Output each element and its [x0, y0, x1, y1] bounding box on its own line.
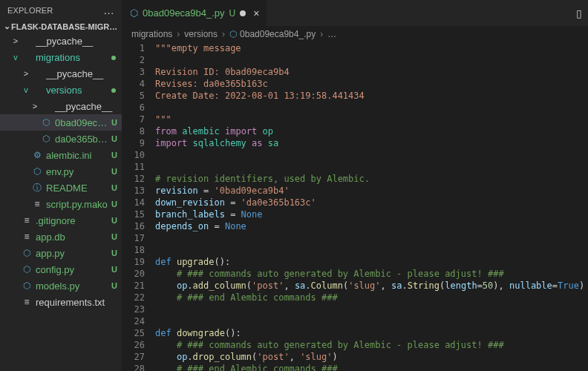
code-line[interactable]: op.drop_column('post', 'slug') — [155, 351, 588, 363]
code-line[interactable]: Create Date: 2022-08-01 13:19:58.441434 — [155, 90, 588, 102]
tree-file[interactable]: ⚙alembic.iniU — [0, 147, 122, 163]
breadcrumb-sep-icon: › — [222, 29, 225, 39]
tab-active[interactable]: ⬡ 0bad09eca9b4_.py U × — [122, 0, 267, 26]
code-line[interactable]: # ### commands auto generated by Alembic… — [155, 268, 588, 280]
code-line[interactable] — [155, 102, 588, 114]
tree-file[interactable]: ≡app.dbU — [0, 229, 122, 245]
tree-folder[interactable]: >__pycache__ — [0, 33, 122, 49]
file-py-icon: ⬡ — [21, 280, 33, 291]
tree-file[interactable]: ⬡da0e365b163c_.pyU — [0, 131, 122, 147]
tree-item-label: env.py — [46, 166, 109, 177]
tree-file[interactable]: ⬡env.pyU — [0, 163, 122, 180]
split-editor-icon[interactable]: ▯ — [576, 7, 588, 19]
line-number: 6 — [122, 102, 145, 114]
line-number: 5 — [122, 90, 145, 102]
code-line[interactable]: Revision ID: 0bad09eca9b4 — [155, 66, 588, 78]
code-line[interactable]: # ### commands auto generated by Alembic… — [155, 339, 588, 351]
line-number: 2 — [122, 54, 145, 66]
code-line[interactable] — [155, 149, 588, 161]
tree-item-label: versions — [46, 85, 109, 96]
code-line[interactable]: def downgrade(): — [155, 327, 588, 339]
tree-file[interactable]: ⬡0bad09eca9b4_.pyU — [0, 114, 122, 131]
file-ini-icon: ⚙ — [31, 150, 43, 160]
line-number: 20 — [122, 268, 145, 280]
tree-folder[interactable]: vversions — [0, 82, 122, 98]
line-number: 28 — [122, 363, 145, 371]
file-py-icon: ⬡ — [21, 248, 33, 258]
code-line[interactable] — [155, 303, 588, 315]
tree-file[interactable]: ⬡config.pyU — [0, 261, 122, 278]
tree-file[interactable]: ⬡app.pyU — [0, 245, 122, 261]
scm-status: U — [109, 216, 120, 225]
file-py-icon: ⬡ — [40, 134, 52, 144]
code-line[interactable] — [155, 161, 588, 173]
code-line[interactable] — [155, 232, 588, 244]
project-name: FLASK-DATABASE-MIGRATIONS… — [11, 22, 119, 31]
code-line[interactable] — [155, 244, 588, 256]
code-line[interactable]: Revises: da0e365b163c — [155, 78, 588, 90]
line-number: 11 — [122, 161, 145, 173]
breadcrumb-segment[interactable]: ⬡0bad09eca9b4_.py — [229, 29, 316, 39]
breadcrumbs[interactable]: migrations›versions›⬡0bad09eca9b4_.py›… — [122, 26, 588, 42]
tree-folder[interactable]: vmigrations — [0, 49, 122, 65]
code-line[interactable] — [155, 315, 588, 327]
line-number: 15 — [122, 209, 145, 220]
breadcrumb-segment[interactable]: versions — [184, 29, 218, 39]
code-editor[interactable]: 1234567891011121314151617181920212223242… — [122, 42, 588, 371]
tree-file[interactable]: ⓘREADMEU — [0, 180, 122, 196]
file-py-icon: ⬡ — [31, 166, 43, 177]
code-line[interactable]: # revision identifiers, used by Alembic. — [155, 173, 588, 185]
editor-area: ⬡ 0bad09eca9b4_.py U × ▯ migrations›vers… — [122, 0, 588, 371]
line-number: 1 — [122, 42, 145, 54]
code-content[interactable]: """empty messageRevision ID: 0bad09eca9b… — [155, 42, 588, 371]
project-header[interactable]: ⌄ FLASK-DATABASE-MIGRATIONS… — [0, 20, 122, 33]
tree-item-label: alembic.ini — [46, 150, 109, 161]
scm-status: U — [109, 281, 120, 290]
file-icon: ≡ — [21, 297, 33, 307]
line-number: 7 — [122, 114, 145, 125]
tree-file[interactable]: ≡.gitignoreU — [0, 212, 122, 229]
line-number: 23 — [122, 303, 145, 315]
breadcrumb-segment[interactable]: … — [327, 29, 336, 39]
breadcrumb-segment[interactable]: migrations — [131, 29, 172, 39]
line-number: 10 — [122, 149, 145, 161]
code-line[interactable]: """ — [155, 114, 588, 125]
tree-item-label: da0e365b163c_.py — [55, 134, 109, 145]
scm-status: U — [109, 167, 120, 176]
tree-folder[interactable]: >__pycache__ — [0, 65, 122, 82]
line-number: 16 — [122, 220, 145, 232]
gutter: 1234567891011121314151617181920212223242… — [122, 42, 155, 371]
scm-status: U — [109, 265, 120, 274]
code-line[interactable]: from alembic import op — [155, 125, 588, 137]
chevron-down-icon: ⌄ — [3, 22, 11, 31]
scm-status: U — [109, 118, 120, 127]
code-line[interactable]: import sqlalchemy as sa — [155, 137, 588, 149]
tree-item-label: __pycache__ — [36, 36, 122, 47]
tree-item-label: 0bad09eca9b4_.py — [55, 117, 109, 128]
tree-file[interactable]: ⬡models.pyU — [0, 278, 122, 294]
tree-file[interactable]: ≡requirements.txt — [0, 294, 122, 310]
tree-folder[interactable]: >__pycache__ — [0, 98, 122, 114]
tree-file[interactable]: ≡script.py.makoU — [0, 196, 122, 212]
code-line[interactable] — [155, 54, 588, 66]
chevron-icon: > — [21, 69, 31, 78]
line-number: 3 — [122, 66, 145, 78]
line-number: 18 — [122, 244, 145, 256]
tree-item-label: migrations — [36, 52, 109, 63]
code-line[interactable]: def upgrade(): — [155, 256, 588, 268]
tab-bar: ⬡ 0bad09eca9b4_.py U × ▯ — [122, 0, 588, 26]
breadcrumb-sep-icon: › — [320, 29, 323, 39]
code-line[interactable]: branch_labels = None — [155, 209, 588, 220]
sidebar-title: EXPLORER — [7, 6, 53, 15]
code-line[interactable]: down_revision = 'da0e365b163c' — [155, 197, 588, 209]
close-icon[interactable]: × — [253, 7, 259, 19]
code-line[interactable]: # ### end Alembic commands ### — [155, 292, 588, 303]
code-line[interactable]: depends_on = None — [155, 220, 588, 232]
code-line[interactable]: op.add_column('post', sa.Column('slug', … — [155, 280, 588, 292]
chevron-icon: > — [30, 102, 40, 111]
more-icon[interactable]: … — [103, 4, 114, 16]
line-number: 17 — [122, 232, 145, 244]
code-line[interactable]: # ### end Alembic commands ### — [155, 363, 588, 371]
code-line[interactable]: revision = '0bad09eca9b4' — [155, 185, 588, 197]
code-line[interactable]: """empty message — [155, 42, 588, 54]
